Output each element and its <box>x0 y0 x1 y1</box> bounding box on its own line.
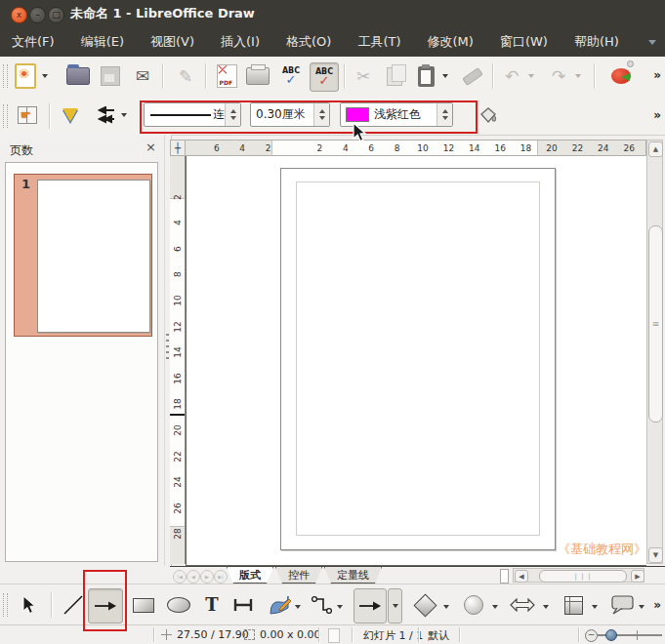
edit-file-button[interactable]: ✎ <box>172 62 199 90</box>
curve-tool[interactable] <box>266 590 295 620</box>
zoom-out-icon[interactable]: − <box>585 629 598 642</box>
text-tool[interactable]: T <box>197 590 227 620</box>
email-button[interactable]: ✉ <box>129 62 156 90</box>
redo-button[interactable]: ↷ <box>545 62 572 90</box>
arrow-style-button[interactable] <box>90 101 117 129</box>
last-page-button[interactable]: ▶| <box>214 570 228 584</box>
line-width-spinner[interactable] <box>313 103 329 126</box>
copy-button[interactable] <box>381 62 408 90</box>
redo-dropdown[interactable] <box>572 62 584 90</box>
lines-arrows-dropdown[interactable] <box>388 588 402 624</box>
drawing-toolbar-overflow[interactable]: » <box>653 598 661 612</box>
scrollbar-splitter[interactable] <box>500 569 509 584</box>
vertical-scrollbar-thumb[interactable]: ≡ <box>648 225 663 423</box>
undo-dropdown[interactable] <box>525 62 537 90</box>
vertical-text-tool[interactable] <box>229 590 258 620</box>
zoom-slider-thumb[interactable] <box>605 629 617 641</box>
line-arrow-tool[interactable] <box>88 588 123 624</box>
close-button[interactable]: x <box>11 7 27 23</box>
menu-item[interactable]: 格式(O) <box>286 33 331 51</box>
curve-dropdown[interactable] <box>293 602 303 612</box>
menubar-overflow-icon[interactable] <box>648 40 656 45</box>
symbol-shapes-tool[interactable] <box>459 590 488 620</box>
slide-indicator[interactable]: 幻灯片 1 / 1 <box>363 628 423 643</box>
paste-dropdown[interactable] <box>439 62 451 90</box>
line-style-spinner[interactable] <box>225 103 240 126</box>
scroll-down-icon[interactable]: ▼ <box>648 547 663 563</box>
minimize-button[interactable]: – <box>29 7 46 23</box>
fill-style-button[interactable] <box>475 101 502 129</box>
pages-panel-close-icon[interactable]: × <box>145 140 156 154</box>
clone-formatting-button[interactable] <box>459 62 486 90</box>
cut-button[interactable]: ✂ <box>350 62 377 90</box>
arrow-style-dropdown[interactable] <box>118 101 130 129</box>
flowchart-tool[interactable] <box>559 590 588 620</box>
menu-item[interactable]: 工具(T) <box>357 33 400 51</box>
next-page-button[interactable]: ▶ <box>200 570 214 584</box>
horizontal-scrollbar-thumb[interactable]: ❘❘❘ <box>539 570 627 583</box>
export-pdf-button[interactable]: ⤫PDF <box>213 62 240 90</box>
open-button[interactable] <box>64 62 92 90</box>
basic-shapes-tool[interactable] <box>410 590 439 620</box>
line-color-combo[interactable]: 浅紫红色 <box>340 102 453 127</box>
vertical-ruler[interactable]: 246810121416182022242628 <box>170 156 186 564</box>
menu-item[interactable]: 编辑(E) <box>81 33 124 51</box>
new-document-button[interactable] <box>12 62 39 90</box>
rectangle-tool[interactable] <box>129 590 158 620</box>
menu-item[interactable]: 插入(I) <box>221 33 260 51</box>
menu-item[interactable]: 文件(F) <box>12 33 55 51</box>
toolbar-grip[interactable] <box>3 593 8 617</box>
drawing-canvas[interactable]: 《基础教程网》 <box>186 156 646 566</box>
scroll-left-icon[interactable]: ◀ <box>515 570 528 583</box>
layer-tab[interactable]: 定量线 <box>324 567 382 584</box>
line-tool[interactable] <box>59 590 88 620</box>
new-document-dropdown[interactable] <box>39 62 51 90</box>
horizontal-scrollbar[interactable]: ◀ ❘❘❘ ▶ <box>513 568 644 583</box>
layer-tab[interactable]: 控件 <box>275 567 322 584</box>
line-style-combo[interactable]: 连续 <box>144 102 241 127</box>
select-tool[interactable] <box>14 590 43 620</box>
menu-item[interactable]: 帮助(H) <box>574 33 619 51</box>
print-button[interactable] <box>244 62 271 90</box>
first-page-button[interactable]: |◀ <box>173 570 187 584</box>
menu-item[interactable]: 视图(V) <box>150 33 194 51</box>
layer-tab[interactable]: 版式 <box>227 567 273 584</box>
line-width-field[interactable]: 0.30厘米 <box>250 102 330 127</box>
maximize-button[interactable]: □ <box>48 7 64 23</box>
undo-button[interactable]: ↶ <box>498 62 525 90</box>
block-arrows-dropdown[interactable] <box>541 602 551 612</box>
callouts-dropdown[interactable] <box>637 602 646 612</box>
horizontal-ruler[interactable]: 6422468101214161820222426 <box>186 140 646 156</box>
callouts-tool[interactable] <box>607 590 637 620</box>
flowchart-dropdown[interactable] <box>590 602 600 612</box>
vertical-scrollbar[interactable]: ▲ ≡ ▼ <box>646 140 663 564</box>
paste-button[interactable] <box>412 62 439 90</box>
line-dialog-button[interactable] <box>57 101 84 129</box>
page-thumbnail-selected[interactable]: 1 <box>14 174 152 337</box>
zoom-button[interactable] <box>607 62 635 90</box>
scroll-right-icon[interactable]: ▶ <box>631 570 644 583</box>
prev-page-button[interactable]: ◀ <box>187 570 200 584</box>
ruler-corner[interactable]: ┼ <box>170 140 186 156</box>
styles-button[interactable] <box>14 101 41 129</box>
menu-item[interactable]: 窗口(W) <box>500 33 548 51</box>
symbol-shapes-dropdown[interactable] <box>490 602 500 612</box>
auto-spellcheck-button[interactable]: ABC✓ <box>310 62 339 92</box>
save-button[interactable] <box>97 62 124 90</box>
document-page[interactable] <box>280 168 556 550</box>
scroll-up-icon[interactable]: ▲ <box>648 141 663 157</box>
lines-arrows-tool[interactable] <box>353 588 387 624</box>
block-arrows-tool[interactable] <box>508 590 537 620</box>
basic-shapes-dropdown[interactable] <box>441 602 451 612</box>
line-toolbar-overflow[interactable]: » <box>653 108 661 122</box>
toolbar-grip[interactable] <box>3 64 8 88</box>
toolbar-grip[interactable] <box>3 104 8 128</box>
standard-toolbar-overflow[interactable]: » <box>653 68 661 82</box>
spellcheck-button[interactable]: ABC✓ <box>277 62 305 90</box>
connector-tool[interactable] <box>307 590 336 620</box>
line-color-spinner[interactable] <box>436 103 452 126</box>
menu-item[interactable]: 修改(M) <box>428 33 474 51</box>
connector-dropdown[interactable] <box>335 602 345 612</box>
page-style-label[interactable]: 默认 <box>428 628 449 643</box>
ellipse-tool[interactable] <box>164 590 193 620</box>
